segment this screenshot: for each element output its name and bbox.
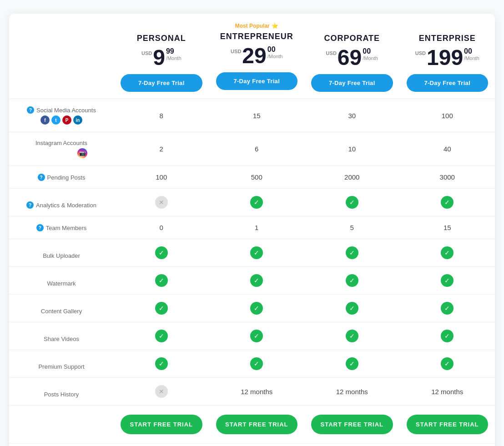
start-trial-button-entrepreneur[interactable]: START FREE TRIAL	[216, 415, 298, 434]
feature-label-3: ? Analytics & Moderation	[9, 189, 114, 216]
feature-value-8-3: ✓	[400, 322, 495, 350]
feature-name-9: Premium Support	[38, 363, 84, 370]
feature-value-10-1: 12 months	[209, 378, 305, 406]
price-decimal-enterprise: 00 /Month	[464, 47, 479, 61]
start-trial-button-personal[interactable]: START FREE TRIAL	[121, 415, 202, 434]
question-icon-3[interactable]: ?	[26, 201, 34, 209]
check-icon: ✓	[250, 196, 263, 209]
feature-value-6-1: ✓	[209, 267, 305, 295]
twitter-icon: t	[51, 115, 60, 125]
price-period-enterprise: /Month	[464, 55, 479, 61]
feature-name-4: Team Members	[46, 225, 87, 231]
value-text: 10	[348, 145, 356, 153]
feature-value-2-0: 100	[114, 166, 209, 189]
check-icon: ✓	[346, 357, 358, 370]
price-decimal-corporate: 00 /Month	[363, 47, 378, 61]
check-icon: ✓	[155, 246, 168, 259]
check-icon: ✓	[346, 302, 358, 315]
feature-value-10-0: ✕	[114, 378, 209, 406]
most-popular-badge: Most Popular ⭐	[216, 23, 298, 29]
feature-value-0-1: 15	[209, 99, 305, 132]
feature-value-1-3: 40	[400, 132, 495, 166]
header-corporate: CORPORATE USD 69 00 /Month 7-Day Free Tr…	[304, 14, 400, 99]
feature-value-7-3: ✓	[400, 295, 495, 322]
feature-value-8-0: ✓	[114, 322, 209, 350]
feature-label-6: Watermark	[9, 267, 114, 295]
feature-value-6-3: ✓	[400, 267, 495, 295]
feature-value-9-1: ✓	[209, 350, 305, 378]
start-trial-button-enterprise[interactable]: START FREE TRIAL	[407, 415, 489, 434]
question-icon-0[interactable]: ?	[27, 106, 34, 114]
price-cents-enterprise: 00	[464, 47, 472, 55]
feature-label-9: Premium Support	[9, 350, 114, 378]
check-icon: ✓	[250, 330, 263, 342]
plan-name-enterprise: ENTERPRISE	[407, 34, 489, 43]
check-icon: ✓	[155, 357, 168, 370]
feature-value-3-3: ✓	[400, 189, 495, 216]
trial-button-enterprise[interactable]: 7-Day Free Trial	[407, 74, 489, 92]
price-main-enterprise: 199	[427, 47, 463, 69]
price-decimal-personal: 99 /Month	[166, 47, 181, 61]
facebook-icon: f	[40, 115, 50, 125]
feature-value-2-3: 3000	[400, 166, 495, 189]
feature-value-5-1: ✓	[209, 239, 305, 267]
check-icon: ✓	[441, 302, 454, 315]
price-period-entrepreneur: /Month	[267, 54, 283, 60]
price-cents-personal: 99	[166, 47, 174, 55]
trial-button-personal[interactable]: 7-Day Free Trial	[121, 74, 202, 92]
price-block-enterprise: USD 199 00 /Month	[407, 47, 489, 69]
feature-value-1-2: 10	[304, 132, 400, 166]
price-main-entrepreneur: 29	[242, 45, 266, 67]
value-text: 0	[160, 224, 163, 231]
trial-button-entrepreneur[interactable]: 7-Day Free Trial	[216, 72, 298, 90]
value-text: 6	[255, 145, 258, 153]
price-decimal-entrepreneur: 00 /Month	[267, 45, 283, 60]
feature-value-8-2: ✓	[304, 322, 400, 350]
feature-value-0-0: 8	[114, 99, 209, 132]
instagram-icon: 📷	[77, 148, 87, 158]
check-icon: ✓	[346, 246, 358, 259]
check-icon: ✓	[155, 274, 168, 287]
value-text: 12 months	[336, 388, 368, 396]
feature-name-0: Social Media Accounts	[36, 107, 96, 114]
value-text: 40	[444, 145, 451, 153]
check-icon: ✓	[250, 302, 263, 315]
feature-value-3-2: ✓	[304, 189, 400, 216]
price-main-personal: 9	[153, 47, 165, 69]
feature-label-4: ? Team Members	[9, 216, 114, 239]
linkedin-icon: in	[73, 115, 82, 125]
header-empty	[9, 14, 114, 99]
feature-label-7: Content Gallery	[9, 295, 114, 322]
value-text: 12 months	[241, 388, 272, 396]
trial-button-corporate[interactable]: 7-Day Free Trial	[311, 74, 393, 92]
feature-value-6-0: ✓	[114, 267, 209, 295]
feature-name-10: Posts History	[44, 391, 79, 398]
feature-name-1: Instagram Accounts	[35, 140, 87, 146]
check-icon: ✓	[441, 196, 454, 209]
feature-label-2: ? Pending Posts	[9, 166, 114, 189]
check-icon: ✓	[346, 274, 358, 287]
feature-value-5-2: ✓	[304, 239, 400, 267]
check-icon: ✓	[441, 274, 454, 287]
start-trial-button-corporate[interactable]: START FREE TRIAL	[311, 415, 393, 434]
question-icon-4[interactable]: ?	[36, 224, 44, 231]
feature-name-5: Bulk Uploader	[43, 252, 80, 259]
feature-value-7-1: ✓	[209, 295, 305, 322]
feature-value-0-2: 30	[304, 99, 400, 132]
check-icon: ✓	[155, 330, 168, 342]
question-icon-2[interactable]: ?	[38, 174, 45, 181]
check-icon: ✓	[250, 274, 263, 287]
check-icon: ✓	[441, 246, 454, 259]
pricing-table-wrapper: PERSONAL USD 9 99 /Month 7-Day Free Tria…	[9, 14, 495, 446]
price-usd-entrepreneur: USD	[231, 49, 241, 54]
price-usd-personal: USD	[141, 50, 152, 56]
instagram-icon-wrapper: 📷	[77, 148, 87, 158]
value-text: 15	[253, 112, 261, 120]
see-plan-details[interactable]: See Plan Details ∧	[9, 443, 495, 446]
pinterest-icon: P	[62, 115, 71, 125]
check-icon: ✓	[155, 302, 168, 315]
feature-value-5-3: ✓	[400, 239, 495, 267]
value-text: 1	[255, 224, 258, 231]
feature-name-7: Content Gallery	[41, 308, 82, 315]
cross-icon: ✕	[155, 385, 168, 398]
